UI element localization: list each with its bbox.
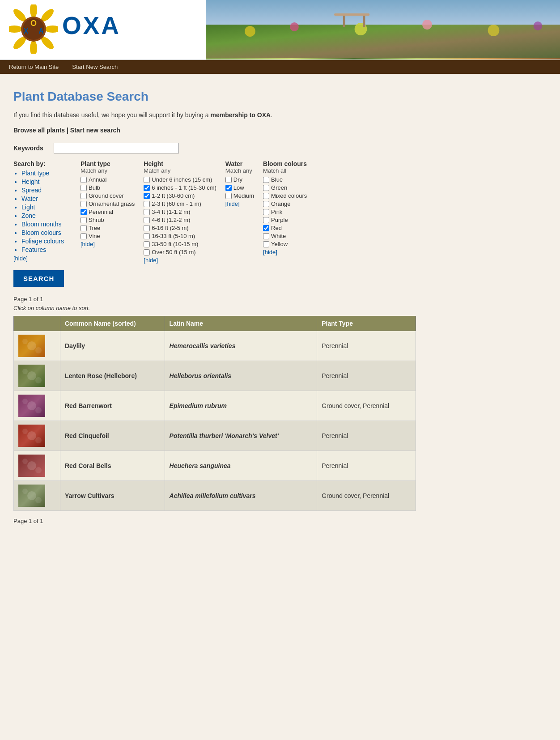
table-row[interactable]: DaylilyHemerocallis varietiesPerennial: [14, 331, 416, 361]
search-by-item[interactable]: Features: [21, 246, 72, 253]
latin-name-cell[interactable]: Helleborus orientalis: [165, 361, 317, 391]
bloom-pink-checkbox[interactable]: [263, 209, 269, 215]
water-low-checkbox[interactable]: [225, 185, 232, 191]
height-33-50ft-checkbox[interactable]: [144, 241, 150, 247]
water-dry-checkbox[interactable]: [225, 177, 232, 183]
groundcover-checkbox[interactable]: [81, 193, 87, 199]
tree-checkbox-label[interactable]: Tree: [81, 225, 135, 231]
search-by-item[interactable]: Spread: [21, 187, 72, 194]
latin-name-cell[interactable]: Hemerocallis varieties: [165, 331, 317, 361]
search-by-item[interactable]: Water: [21, 195, 72, 202]
table-row[interactable]: Red CinquefoilPotentilla thurberi 'Monar…: [14, 421, 416, 451]
height-4-6ft-checkbox[interactable]: [144, 217, 150, 223]
bloom-orange-checkbox[interactable]: [263, 201, 269, 207]
height-over50ft-label[interactable]: Over 50 ft (15 m): [144, 249, 216, 255]
search-by-item[interactable]: Zone: [21, 212, 72, 219]
bloom-mixed-checkbox[interactable]: [263, 193, 269, 199]
height-6in-label[interactable]: 6 inches - 1 ft (15-30 cm): [144, 184, 216, 191]
search-by-item[interactable]: Light: [21, 204, 72, 211]
bloom-yellow-label[interactable]: Yellow: [263, 241, 307, 247]
height-hide-link[interactable]: [hide]: [144, 257, 216, 264]
latin-name-cell[interactable]: Epimedium rubrum: [165, 391, 317, 421]
col-common-name[interactable]: Common Name (sorted): [60, 316, 165, 331]
col-latin-name[interactable]: Latin Name: [165, 316, 317, 331]
annual-checkbox[interactable]: [81, 177, 87, 183]
height-over50ft-checkbox[interactable]: [144, 249, 150, 255]
search-by-item[interactable]: Bloom colours: [21, 229, 72, 236]
vine-checkbox-label[interactable]: Vine: [81, 233, 135, 239]
common-name-cell[interactable]: Lenten Rose (Hellebore): [60, 361, 165, 391]
start-new-search-nav-link[interactable]: Start New Search: [72, 64, 118, 70]
table-row[interactable]: Red BarrenwortEpimedium rubrumGround cov…: [14, 391, 416, 421]
height-under6-label[interactable]: Under 6 inches (15 cm): [144, 176, 216, 183]
ornamental-checkbox-label[interactable]: Ornamental grass: [81, 200, 135, 207]
water-hide-link[interactable]: [hide]: [225, 200, 254, 207]
bloom-white-checkbox[interactable]: [263, 233, 269, 239]
height-3-4ft-label[interactable]: 3-4 ft (1-1.2 m): [144, 208, 216, 215]
search-button[interactable]: SEARCH: [13, 270, 64, 287]
keywords-input[interactable]: [54, 143, 179, 153]
bloom-purple-label[interactable]: Purple: [263, 217, 307, 223]
search-by-hide-link[interactable]: [hide]: [13, 255, 28, 262]
table-row[interactable]: Yarrow CultivarsAchillea millefolium cul…: [14, 481, 416, 511]
start-new-search-link[interactable]: Start new search: [70, 127, 120, 134]
height-6in-checkbox[interactable]: [144, 185, 150, 191]
height-under6-checkbox[interactable]: [144, 177, 150, 183]
height-6-16ft-label[interactable]: 6-16 ft (2-5 m): [144, 225, 216, 231]
bloom-orange-label[interactable]: Orange: [263, 200, 307, 207]
bloom-hide-link[interactable]: [hide]: [263, 249, 307, 255]
bloom-green-checkbox[interactable]: [263, 185, 269, 191]
shrub-checkbox-label[interactable]: Shrub: [81, 217, 135, 223]
perennial-checkbox[interactable]: [81, 209, 87, 215]
search-by-item[interactable]: Height: [21, 178, 72, 185]
height-2-3ft-checkbox[interactable]: [144, 201, 150, 207]
bloom-mixed-label[interactable]: Mixed colours: [263, 192, 307, 199]
search-by-item[interactable]: Bloom months: [21, 221, 72, 228]
latin-name-cell[interactable]: Heuchera sanguinea: [165, 451, 317, 481]
table-row[interactable]: Lenten Rose (Hellebore)Helleborus orient…: [14, 361, 416, 391]
common-name-cell[interactable]: Red Coral Bells: [60, 451, 165, 481]
height-3-4ft-checkbox[interactable]: [144, 209, 150, 215]
membership-link[interactable]: membership to OXA: [211, 111, 271, 119]
search-by-item[interactable]: Plant type: [21, 170, 72, 177]
return-main-link[interactable]: Return to Main Site: [9, 64, 59, 70]
water-medium-checkbox[interactable]: [225, 193, 232, 199]
bloom-green-label[interactable]: Green: [263, 184, 307, 191]
height-1-2ft-label[interactable]: 1-2 ft (30-60 cm): [144, 192, 216, 199]
water-low-label[interactable]: Low: [225, 184, 254, 191]
water-medium-label[interactable]: Medium: [225, 192, 254, 199]
browse-all-plants-link[interactable]: Browse all plants: [13, 127, 65, 134]
bulb-checkbox-label[interactable]: Bulb: [81, 184, 135, 191]
tree-checkbox[interactable]: [81, 225, 87, 231]
perennial-checkbox-label[interactable]: Perennial: [81, 208, 135, 215]
bloom-pink-label[interactable]: Pink: [263, 208, 307, 215]
search-by-item[interactable]: Foliage colours: [21, 238, 72, 245]
bloom-red-checkbox[interactable]: [263, 225, 269, 231]
height-4-6ft-label[interactable]: 4-6 ft (1.2-2 m): [144, 217, 216, 223]
height-6-16ft-checkbox[interactable]: [144, 225, 150, 231]
latin-name-cell[interactable]: Potentilla thurberi 'Monarch's Velvet': [165, 421, 317, 451]
bloom-red-label[interactable]: Red: [263, 225, 307, 231]
water-dry-label[interactable]: Dry: [225, 176, 254, 183]
common-name-cell[interactable]: Daylily: [60, 331, 165, 361]
height-16-33ft-label[interactable]: 16-33 ft (5-10 m): [144, 233, 216, 239]
groundcover-checkbox-label[interactable]: Ground cover: [81, 192, 135, 199]
height-1-2ft-checkbox[interactable]: [144, 193, 150, 199]
ornamental-checkbox[interactable]: [81, 201, 87, 207]
vine-checkbox[interactable]: [81, 233, 87, 239]
height-33-50ft-label[interactable]: 33-50 ft (10-15 m): [144, 241, 216, 247]
bloom-blue-label[interactable]: Blue: [263, 176, 307, 183]
table-row[interactable]: Red Coral BellsHeuchera sanguineaPerenni…: [14, 451, 416, 481]
common-name-cell[interactable]: Yarrow Cultivars: [60, 481, 165, 511]
shrub-checkbox[interactable]: [81, 217, 87, 223]
latin-name-cell[interactable]: Achillea millefolium cultivars: [165, 481, 317, 511]
bulb-checkbox[interactable]: [81, 185, 87, 191]
common-name-cell[interactable]: Red Barrenwort: [60, 391, 165, 421]
bloom-purple-checkbox[interactable]: [263, 217, 269, 223]
bloom-yellow-checkbox[interactable]: [263, 241, 269, 247]
bloom-white-label[interactable]: White: [263, 233, 307, 239]
common-name-cell[interactable]: Red Cinquefoil: [60, 421, 165, 451]
col-plant-type[interactable]: Plant Type: [317, 316, 416, 331]
bloom-blue-checkbox[interactable]: [263, 177, 269, 183]
height-2-3ft-label[interactable]: 2-3 ft (60 cm - 1 m): [144, 200, 216, 207]
